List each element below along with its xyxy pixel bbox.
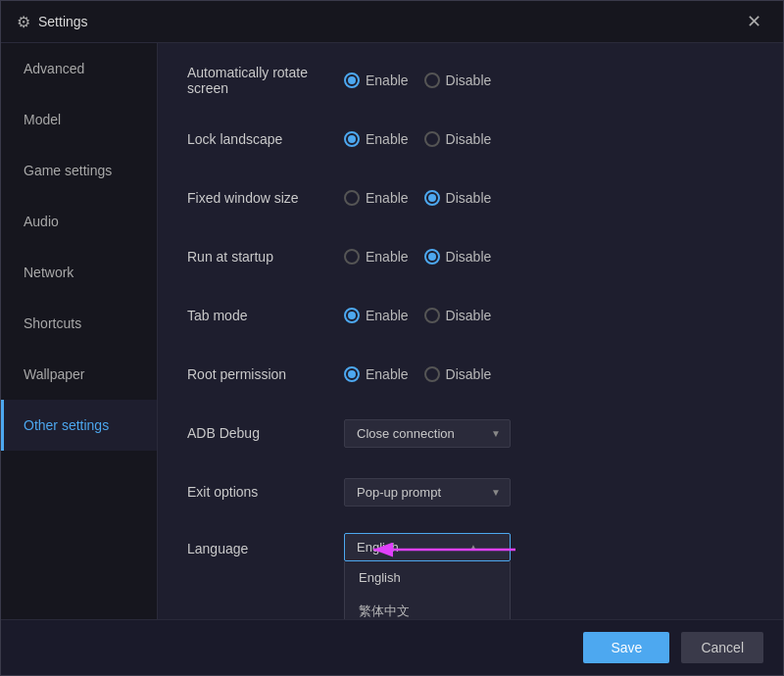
- root-permission-enable-radio[interactable]: [344, 366, 360, 382]
- lock-landscape-enable[interactable]: Enable: [344, 131, 409, 147]
- fixed-window-disable[interactable]: Disable: [424, 190, 492, 206]
- tab-mode-radio-group: Enable Disable: [344, 308, 491, 323]
- fixed-window-label: Fixed window size: [187, 190, 344, 206]
- tab-mode-disable[interactable]: Disable: [424, 308, 492, 323]
- tab-mode-enable[interactable]: Enable: [344, 308, 409, 323]
- title-bar: ⚙ Settings ✕: [1, 1, 783, 43]
- language-dropdown-list: English 繁体中文 한국어 Tiếng Việt: [344, 561, 511, 619]
- root-permission-enable[interactable]: Enable: [344, 366, 409, 382]
- auto-rotate-enable[interactable]: Enable: [344, 72, 409, 88]
- tab-mode-enable-radio[interactable]: [344, 308, 360, 323]
- lock-landscape-label: Lock landscape: [187, 131, 344, 147]
- run-startup-disable[interactable]: Disable: [424, 249, 492, 265]
- settings-content: Automatically rotate screen Enable Disab…: [158, 43, 783, 619]
- root-permission-disable[interactable]: Disable: [424, 366, 492, 382]
- exit-options-row: Exit options Pop-up prompt Minimize Exit…: [187, 474, 754, 509]
- run-startup-enable[interactable]: Enable: [344, 249, 409, 265]
- auto-rotate-disable[interactable]: Disable: [424, 72, 492, 88]
- dialog-title: Settings: [38, 14, 88, 29]
- title-bar-left: ⚙ Settings: [17, 13, 88, 31]
- close-button[interactable]: ✕: [741, 11, 767, 32]
- language-option-traditional-chinese[interactable]: 繁体中文: [345, 594, 510, 619]
- exit-options-select[interactable]: Pop-up prompt Minimize Exit directly: [344, 478, 511, 507]
- sidebar-item-audio[interactable]: Audio: [1, 196, 157, 247]
- tab-mode-label: Tab mode: [187, 308, 344, 323]
- tab-mode-row: Tab mode Enable Disable: [187, 298, 754, 333]
- lock-landscape-disable[interactable]: Disable: [424, 131, 492, 147]
- sidebar-item-model[interactable]: Model: [1, 94, 157, 145]
- root-permission-radio-group: Enable Disable: [344, 366, 491, 382]
- fixed-window-disable-radio[interactable]: [424, 190, 440, 206]
- run-startup-disable-radio[interactable]: [424, 249, 440, 265]
- exit-options-select-wrapper: Pop-up prompt Minimize Exit directly: [344, 478, 511, 507]
- sidebar-item-wallpaper[interactable]: Wallpaper: [1, 349, 157, 400]
- adb-debug-select[interactable]: Close connection Open connection: [344, 419, 511, 448]
- root-permission-label: Root permission: [187, 366, 344, 382]
- sidebar: Advanced Model Game settings Audio Netwo…: [1, 43, 158, 619]
- cancel-button[interactable]: Cancel: [681, 632, 763, 663]
- auto-rotate-label: Automatically rotate screen: [187, 65, 344, 96]
- arrow-indicator: [364, 535, 520, 568]
- lock-landscape-radio-group: Enable Disable: [344, 131, 491, 147]
- save-button[interactable]: Save: [583, 632, 669, 663]
- sidebar-item-other-settings[interactable]: Other settings: [1, 400, 157, 451]
- root-permission-row: Root permission Enable Disable: [187, 357, 754, 392]
- adb-debug-label: ADB Debug: [187, 425, 344, 441]
- lock-landscape-row: Lock landscape Enable Disable: [187, 121, 754, 157]
- run-startup-row: Run at startup Enable Disable: [187, 239, 754, 274]
- auto-rotate-row: Automatically rotate screen Enable Disab…: [187, 63, 754, 98]
- sidebar-item-advanced[interactable]: Advanced: [1, 43, 157, 94]
- fixed-window-row: Fixed window size Enable Disable: [187, 180, 754, 216]
- adb-debug-select-wrapper: Close connection Open connection: [344, 419, 511, 448]
- settings-icon: ⚙: [17, 13, 30, 31]
- language-label: Language: [187, 533, 344, 556]
- sidebar-item-network[interactable]: Network: [1, 247, 157, 298]
- auto-rotate-radio-group: Enable Disable: [344, 72, 491, 88]
- adb-debug-row: ADB Debug Close connection Open connecti…: [187, 415, 754, 451]
- fixed-window-enable[interactable]: Enable: [344, 190, 409, 206]
- sidebar-item-game-settings[interactable]: Game settings: [1, 145, 157, 196]
- lock-landscape-disable-radio[interactable]: [424, 131, 440, 147]
- auto-rotate-disable-radio[interactable]: [424, 72, 440, 88]
- lock-landscape-enable-radio[interactable]: [344, 131, 360, 147]
- tab-mode-disable-radio[interactable]: [424, 308, 440, 323]
- dialog-body: Advanced Model Game settings Audio Netwo…: [1, 43, 783, 619]
- exit-options-label: Exit options: [187, 484, 344, 500]
- fixed-window-radio-group: Enable Disable: [344, 190, 491, 206]
- auto-rotate-enable-radio[interactable]: [344, 72, 360, 88]
- sidebar-item-shortcuts[interactable]: Shortcuts: [1, 298, 157, 349]
- dialog-footer: Save Cancel: [1, 619, 783, 675]
- run-startup-label: Run at startup: [187, 249, 344, 265]
- run-startup-radio-group: Enable Disable: [344, 249, 491, 265]
- root-permission-disable-radio[interactable]: [424, 366, 440, 382]
- fixed-window-enable-radio[interactable]: [344, 190, 360, 206]
- language-row: Language English ▲ English 繁体中文 한국어 Tiến…: [187, 533, 754, 568]
- run-startup-enable-radio[interactable]: [344, 249, 360, 265]
- settings-dialog: ⚙ Settings ✕ Advanced Model Game setting…: [0, 0, 784, 676]
